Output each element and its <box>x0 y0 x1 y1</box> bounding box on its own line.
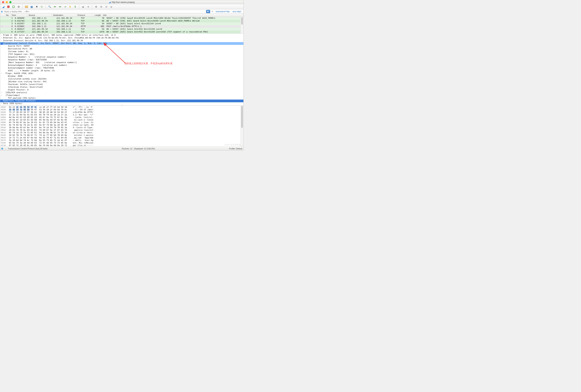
detail-row[interactable]: ›Data (699 bytes) <box>0 102 244 105</box>
tree-toggle-icon[interactable]: ˅ <box>0 42 3 45</box>
status-profile[interactable]: Profile: Default <box>229 148 242 150</box>
detail-row[interactable]: ›Ethernet II, Src: Apple_d9:fd:e5 (14:7d… <box>0 37 244 39</box>
detail-row[interactable]: Source Port: 56507 <box>0 45 244 48</box>
packet-row[interactable]: 30.032957192.168.1.11221.181.99.34TCP545… <box>0 22 244 25</box>
restart-capture-button[interactable] <box>12 5 16 9</box>
zoom-in-button[interactable]: ⊕ <box>94 5 98 9</box>
go-forward-button[interactable]: ➡ <box>58 5 62 9</box>
detail-row[interactable]: ›Hypertext Transfer Protocol <box>0 100 244 102</box>
tree-toggle-icon[interactable]: › <box>0 72 3 75</box>
column-header-info[interactable]: Info <box>102 14 244 17</box>
autoscroll-button[interactable]: ≣ <box>81 5 85 9</box>
detail-row[interactable]: ˅Transmission Control Protocol, Src Port… <box>0 42 244 45</box>
bookmark-icon[interactable]: ▮ <box>1 10 2 13</box>
expert-info-button[interactable] <box>1 148 3 150</box>
packet-row[interactable]: 50.066627221.181.99.34192.168.1.11TCP548… <box>0 28 244 31</box>
tree-toggle-icon[interactable]: › <box>0 91 3 94</box>
bytes-row[interactable]: 0080 63 74 69 6f 6e 3a 20 63 6c 6f 73 65… <box>1 121 243 124</box>
go-last-button[interactable]: ⬇ <box>73 5 77 9</box>
detail-row[interactable]: [Calculated window size: 262144] <box>0 78 244 80</box>
detail-row[interactable]: 0101 .... = Header Length: 20 bytes (5) <box>0 69 244 72</box>
tree-toggle-icon[interactable]: › <box>0 94 3 96</box>
zoom-out-button[interactable]: ⊖ <box>99 5 103 9</box>
close-file-button[interactable]: ✖ <box>35 5 39 9</box>
start-capture-button[interactable]: ◢ <box>1 5 5 9</box>
stop-capture-button[interactable] <box>6 5 10 9</box>
detail-row[interactable]: › [Timestamps] <box>0 94 244 97</box>
column-header-destination[interactable]: Destination <box>52 14 76 17</box>
column-header-protocol[interactable]: Protocol <box>76 14 92 17</box>
detail-row[interactable]: [Next Sequence Number: 932 (relative seq… <box>0 61 244 64</box>
tree-toggle-icon[interactable]: › <box>0 102 3 105</box>
packet-list-scrollbar[interactable] <box>240 17 244 33</box>
detail-row[interactable]: › Flags: 0x018 (PSH, ACK) <box>0 72 244 75</box>
display-filter-input[interactable] <box>3 10 206 13</box>
tree-toggle-icon[interactable]: › <box>0 100 3 102</box>
find-packet-button[interactable]: 🔍 <box>48 5 52 9</box>
column-header-no[interactable]: No. <box>0 14 10 17</box>
bytes-row[interactable]: 00d0 20 65 78 74 73 68 6f 72 74 2e 77 65… <box>1 134 243 137</box>
packet-row[interactable]: 60.177157221.181.99.34192.168.1.11TCP147… <box>0 31 244 33</box>
scrollbar-thumb[interactable] <box>241 17 243 25</box>
detail-row[interactable]: [Window size scaling factor: 64] <box>0 80 244 83</box>
bytes-row[interactable]: 0030 10 00 54 fa 00 00 50 4f 53 54 20 2f… <box>1 108 243 111</box>
bytes-row[interactable]: 00c0 65 74 2d 73 74 72 65 61 6d 0d 0a 48… <box>1 131 243 134</box>
column-header-source[interactable]: Source <box>28 14 52 17</box>
bytes-row[interactable]: 0110 67 65 72 20 43 6c 69 65 6e 74 0d 0a… <box>1 144 243 147</box>
reload-file-button[interactable]: ↻ <box>40 5 44 9</box>
scrollbar-thumb[interactable] <box>241 106 243 128</box>
resize-columns-button[interactable]: ⫼ <box>109 5 114 9</box>
detail-row[interactable]: [Checksum Status: Unverified] <box>0 86 244 89</box>
packet-list-body[interactable]: 10.000000192.168.1.11221.181.99.34TCP785… <box>0 17 244 33</box>
open-file-button[interactable] <box>24 5 28 9</box>
bytes-row[interactable]: 0090 6e 74 65 6e 74 2d 4c 65 6e 67 74 68… <box>1 124 243 126</box>
bytes-row[interactable]: 00f0 3a 20 6d 6d 74 6c 73 0d 0a 55 73 65… <box>1 139 243 142</box>
save-file-button[interactable]: ▦ <box>30 5 34 9</box>
tree-toggle-icon[interactable]: › <box>0 37 3 39</box>
recent-filter-link[interactable]: sina http2 <box>231 10 242 12</box>
bytes-row[interactable]: 0020 63 22 dc bb 00 50 37 3c ce b6 2f 77… <box>1 106 243 108</box>
bytes-row[interactable]: 0050 31 2e 31 0d 0a 41 63 63 65 70 74 3a… <box>1 114 243 116</box>
packet-list-header[interactable]: No. Time Source Destination Protocol Len… <box>0 14 244 17</box>
bytes-row[interactable]: 00b0 20 61 70 70 6c 69 63 61 74 69 6f 6e… <box>1 129 243 131</box>
packet-row[interactable]: 40.033801192.168.1.11221.181.99.34HTTP98… <box>0 25 244 28</box>
packet-row[interactable]: 10.000000192.168.1.11221.181.99.34TCP785… <box>0 17 244 20</box>
detail-row[interactable]: TCP payload (931 bytes) <box>0 97 244 100</box>
bytes-row[interactable]: 0060 0d 0a 43 61 63 68 65 2d 43 6f 6e 74… <box>1 116 243 119</box>
bytes-row[interactable]: 0040 73 2f 30 63 34 37 36 62 38 65 20 48… <box>1 111 243 114</box>
recent-filter-link[interactable]: androidxref http <box>214 10 230 12</box>
detail-row[interactable]: › [SEQ/ACK analysis] <box>0 91 244 94</box>
go-to-packet-button[interactable]: ⇥ <box>63 5 67 9</box>
detail-row[interactable]: [Stream index: 0] <box>0 50 244 53</box>
bytes-row[interactable]: 0070 20 6e 6f 2d 63 61 63 68 65 0d 0a 43… <box>1 119 243 121</box>
detail-row[interactable]: Checksum: 0x54fa [unverified] <box>0 83 244 86</box>
bytes-row[interactable]: 0100 65 6e 74 3a 20 4d 69 63 72 6f 4d 65… <box>1 142 243 144</box>
bytes-row[interactable]: 00e0 2e 71 71 2e 63 6f 6d 0d 0a 55 70 67… <box>1 137 243 139</box>
detail-row[interactable]: Urgent Pointer: 0 <box>0 89 244 91</box>
detail-row[interactable]: Acknowledgment Number: 1 (relative ack n… <box>0 64 244 67</box>
go-first-button[interactable]: ⬆ <box>68 5 72 9</box>
detail-row[interactable]: Acknowledgment number (raw): 796373940 <box>0 67 244 69</box>
packet-bytes-pane[interactable]: 0020 63 22 dc bb 00 50 37 3c ce b6 2f 77… <box>0 106 244 147</box>
capture-options-button[interactable]: ⚙ <box>16 5 21 9</box>
column-header-time[interactable]: Time <box>10 14 28 17</box>
packet-details-pane[interactable]: ›Frame 4: 985 bytes on wire (7880 bits),… <box>0 33 244 106</box>
detail-row[interactable]: Sequence Number (raw): 926731958 <box>0 58 244 61</box>
bytes-row[interactable]: 00a0 39 0d 0a 43 6f 6e 74 65 6e 74 2d 54… <box>1 126 243 129</box>
tree-toggle-icon[interactable]: › <box>0 39 3 42</box>
detail-row[interactable]: Destination Port: 80 <box>0 48 244 50</box>
packet-row[interactable]: 20.032783221.181.99.34192.168.1.11TCP668… <box>0 20 244 22</box>
detail-row[interactable]: ›Internet Protocol Version 4, Src: 192.1… <box>0 39 244 42</box>
detail-row[interactable]: [TCP Segment Len: 931] <box>0 53 244 56</box>
detail-row[interactable]: ›Frame 4: 985 bytes on wire (7880 bits),… <box>0 34 244 37</box>
bytes-scrollbar[interactable] <box>240 106 244 147</box>
detail-row[interactable]: Sequence Number: 1 (relative sequence nu… <box>0 56 244 58</box>
tree-toggle-icon[interactable]: › <box>0 34 3 36</box>
column-header-length[interactable]: Length <box>92 14 102 17</box>
detail-row[interactable]: Window: 4096 <box>0 75 244 78</box>
zoom-reset-button[interactable]: ⊙ <box>104 5 108 9</box>
add-filter-button[interactable]: + <box>211 10 214 13</box>
go-back-button[interactable]: ⬅ <box>53 5 57 9</box>
apply-filter-button[interactable]: ▶ <box>206 10 210 13</box>
colorize-button[interactable]: ≡ <box>86 5 90 9</box>
